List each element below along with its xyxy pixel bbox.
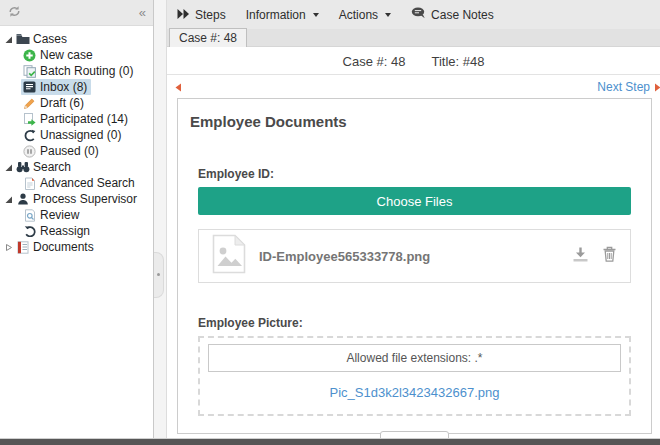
- sidebar-item-draft[interactable]: Draft (6): [3, 95, 151, 111]
- sidebar-item-documents[interactable]: Documents: [3, 239, 151, 255]
- sidebar-item-label: Inbox (8): [40, 80, 87, 94]
- tab-case-48[interactable]: Case #: 48: [169, 28, 247, 47]
- expanded-twisty-icon[interactable]: [3, 195, 14, 204]
- step-navigation: Next Step: [167, 75, 660, 96]
- case-content: Case #: 48 Title: #48 Next Step Employee…: [167, 47, 660, 438]
- download-icon[interactable]: [572, 247, 589, 266]
- participated-icon: [22, 113, 37, 126]
- picture-dropzone[interactable]: Allowed file extensions: .* Pic_S1d3k2l3…: [198, 336, 631, 416]
- app-window: « Cases New case Batch Routing (0): [0, 0, 660, 445]
- sidebar-item-label: Process Supervisor: [33, 192, 137, 206]
- case-notes-menu[interactable]: Case Notes: [411, 7, 494, 22]
- sidebar: « Cases New case Batch Routing (0): [0, 0, 154, 438]
- case-header: Case #: 48 Title: #48: [167, 47, 660, 75]
- toolbar: Steps Information Actions Case Notes: [167, 0, 660, 29]
- previous-step-arrow-icon[interactable]: [174, 78, 182, 96]
- advanced-search-icon: [22, 177, 37, 190]
- navigation-tree: Cases New case Batch Routing (0) Inbox (…: [0, 26, 153, 438]
- unassigned-icon: [22, 129, 37, 142]
- sidebar-item-inbox[interactable]: Inbox (8): [3, 79, 151, 95]
- allowed-extensions-text: Allowed file extensions: .*: [208, 344, 621, 372]
- sidebar-item-unassigned[interactable]: Unassigned (0): [3, 127, 151, 143]
- uploaded-file-name: ID-Employee565333778.png: [259, 249, 430, 264]
- tab-bar: Case #: 48: [167, 29, 660, 47]
- documents-icon: [15, 241, 30, 254]
- sidebar-item-label: Unassigned (0): [40, 128, 121, 142]
- employee-id-label: Employee ID:: [198, 167, 641, 181]
- submit-button[interactable]: Submit: [380, 431, 448, 438]
- form-heading: Employee Documents: [190, 113, 641, 130]
- actions-label: Actions: [339, 8, 378, 22]
- next-step-link[interactable]: Next Step: [597, 80, 650, 94]
- expanded-twisty-icon[interactable]: [3, 35, 14, 44]
- inbox-icon: [22, 81, 37, 93]
- sidebar-item-participated[interactable]: Participated (14): [3, 111, 151, 127]
- sidebar-item-label: Review: [40, 208, 79, 222]
- sidebar-item-batch-routing[interactable]: Batch Routing (0): [3, 63, 151, 79]
- trash-icon[interactable]: [602, 246, 617, 266]
- case-number: Case #: 48: [343, 54, 406, 69]
- main-area: Steps Information Actions Case Notes Cas…: [167, 0, 660, 438]
- steps-icon: [177, 8, 190, 22]
- sidebar-item-label: Cases: [33, 32, 67, 46]
- batch-routing-icon: [22, 65, 37, 78]
- sidebar-item-process-supervisor[interactable]: Process Supervisor: [3, 191, 151, 207]
- review-icon: [22, 209, 37, 222]
- uploaded-file-row: ID-Employee565333778.png: [198, 229, 631, 283]
- sidebar-item-label: Participated (14): [40, 112, 128, 126]
- expanded-twisty-icon[interactable]: [3, 163, 14, 172]
- splitter-handle[interactable]: [154, 252, 164, 298]
- sidebar-item-reassign[interactable]: Reassign: [3, 223, 151, 239]
- cases-folder-icon: [15, 33, 30, 45]
- information-menu[interactable]: Information: [246, 8, 319, 22]
- reassign-icon: [22, 225, 37, 237]
- window-bottom-edge: [0, 439, 660, 445]
- draft-pencil-icon: [22, 97, 37, 110]
- sidebar-item-label: Documents: [33, 240, 94, 254]
- sidebar-item-label: Batch Routing (0): [40, 64, 133, 78]
- sidebar-item-search[interactable]: Search: [3, 159, 151, 175]
- information-label: Information: [246, 8, 306, 22]
- collapsed-twisty-icon[interactable]: [3, 243, 14, 252]
- sidebar-item-paused[interactable]: Paused (0): [3, 143, 151, 159]
- sidebar-item-label: Draft (6): [40, 96, 84, 110]
- new-case-plus-icon: [22, 49, 37, 62]
- sidebar-item-label: Advanced Search: [40, 176, 135, 190]
- case-notes-label: Case Notes: [431, 8, 494, 22]
- sidebar-item-label: Paused (0): [40, 144, 99, 158]
- panel-splitter[interactable]: [154, 0, 167, 438]
- sidebar-header: «: [0, 0, 153, 26]
- image-file-icon: [212, 234, 246, 278]
- sidebar-item-label: Search: [33, 160, 71, 174]
- chevron-down-icon: [313, 13, 319, 17]
- employee-documents-form: Employee Documents Employee ID: Choose F…: [177, 98, 652, 434]
- case-title: Title: #48: [431, 54, 484, 69]
- choose-files-button[interactable]: Choose Files: [198, 187, 631, 215]
- sidebar-item-cases[interactable]: Cases: [3, 31, 151, 47]
- steps-label: Steps: [195, 8, 226, 22]
- sidebar-item-review[interactable]: Review: [3, 207, 151, 223]
- sidebar-item-advanced-search[interactable]: Advanced Search: [3, 175, 151, 191]
- next-step-arrow-icon[interactable]: [654, 78, 660, 96]
- refresh-icon[interactable]: [7, 4, 22, 22]
- paused-icon: [22, 145, 37, 158]
- employee-picture-label: Employee Picture:: [198, 316, 641, 330]
- chevron-down-icon: [385, 13, 391, 17]
- binoculars-icon: [15, 161, 30, 173]
- picture-file-link[interactable]: Pic_S1d3k2l3423432667.png: [330, 385, 500, 400]
- sidebar-item-label: Reassign: [40, 224, 90, 238]
- collapse-sidebar-icon[interactable]: «: [139, 5, 146, 20]
- sidebar-item-label: New case: [40, 48, 93, 62]
- steps-menu[interactable]: Steps: [177, 8, 226, 22]
- case-notes-bubble-icon: [411, 7, 426, 22]
- sidebar-item-new-case[interactable]: New case: [3, 47, 151, 63]
- person-icon: [15, 193, 30, 205]
- actions-menu[interactable]: Actions: [339, 8, 391, 22]
